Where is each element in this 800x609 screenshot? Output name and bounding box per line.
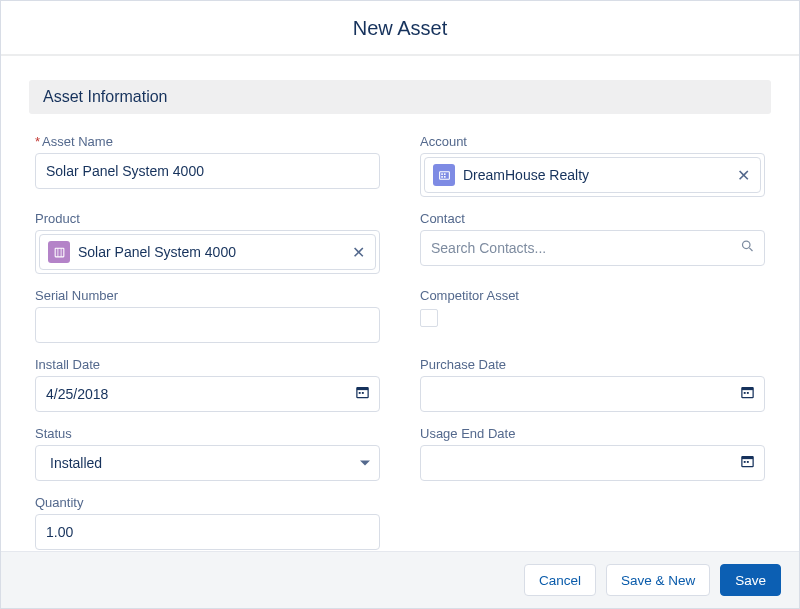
quantity-input[interactable] [35,514,380,550]
install-date-label: Install Date [35,357,380,372]
product-icon [48,241,70,263]
asset-name-label: Asset Name [35,134,380,149]
install-date-input[interactable] [35,376,380,412]
product-pill-text: Solar Panel System 4000 [78,244,342,260]
svg-rect-0 [439,171,449,179]
status-label: Status [35,426,380,441]
competitor-asset-label: Competitor Asset [420,288,765,303]
asset-name-input[interactable] [35,153,380,189]
product-clear-button[interactable]: ✕ [350,243,367,262]
account-lookup[interactable]: DreamHouse Realty ✕ [420,153,765,197]
modal-body: Asset Information Asset Name Account Dre… [1,56,799,551]
competitor-asset-field: Competitor Asset [420,288,765,343]
purchase-date-field: Purchase Date [420,357,765,412]
contact-field: Contact [420,211,765,274]
svg-rect-1 [441,173,443,175]
modal-title: New Asset [1,17,799,40]
product-field: Product Solar Panel System 4000 ✕ [35,211,380,274]
product-lookup[interactable]: Solar Panel System 4000 ✕ [35,230,380,274]
account-label: Account [420,134,765,149]
modal-header: New Asset [1,1,799,56]
purchase-date-input[interactable] [420,376,765,412]
quantity-label: Quantity [35,495,380,510]
usage-end-date-field: Usage End Date [420,426,765,481]
serial-number-label: Serial Number [35,288,380,303]
asset-name-field: Asset Name [35,134,380,197]
contact-label: Contact [420,211,765,226]
serial-number-input[interactable] [35,307,380,343]
account-icon [433,164,455,186]
status-select[interactable]: Installed [35,445,380,481]
account-field: Account DreamHouse Realty ✕ [420,134,765,197]
section-heading: Asset Information [29,80,771,114]
contact-search-input[interactable] [420,230,765,266]
product-label: Product [35,211,380,226]
status-value: Installed [50,455,102,471]
account-pill-text: DreamHouse Realty [463,167,727,183]
cancel-button[interactable]: Cancel [524,564,596,596]
svg-rect-4 [443,176,445,178]
purchase-date-label: Purchase Date [420,357,765,372]
form-grid: Asset Name Account DreamHouse Realty ✕ [29,134,771,550]
modal-footer: Cancel Save & New Save [1,551,799,608]
install-date-field: Install Date [35,357,380,412]
competitor-asset-checkbox[interactable] [420,309,438,327]
new-asset-modal: New Asset Asset Information Asset Name A… [0,0,800,609]
quantity-field: Quantity [35,495,380,550]
save-and-new-button[interactable]: Save & New [606,564,710,596]
svg-rect-5 [55,248,64,257]
usage-end-date-label: Usage End Date [420,426,765,441]
svg-rect-2 [443,173,445,175]
account-clear-button[interactable]: ✕ [735,166,752,185]
serial-number-field: Serial Number [35,288,380,343]
status-field: Status Installed [35,426,380,481]
save-button[interactable]: Save [720,564,781,596]
usage-end-date-input[interactable] [420,445,765,481]
svg-rect-3 [441,176,443,178]
